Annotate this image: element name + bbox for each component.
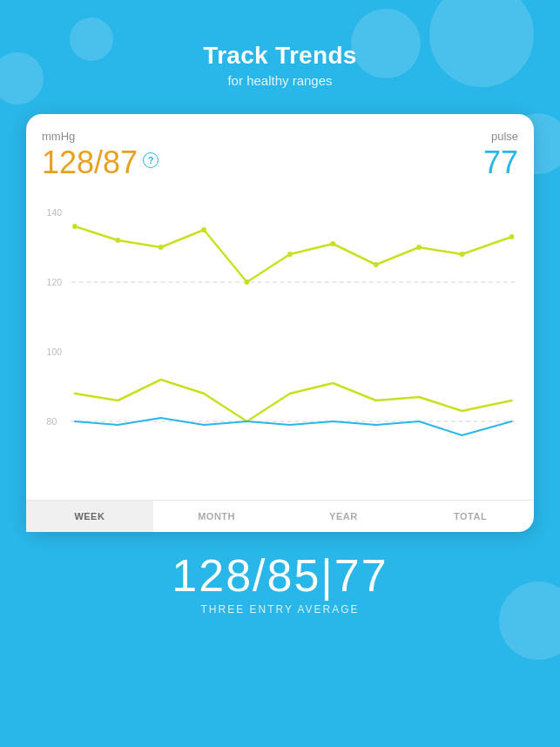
pulse-stat-block: pulse 77 [483,130,518,181]
bp-stat-block: mmHg 128/87 ? [42,130,159,181]
svg-text:140: 140 [47,207,62,218]
main-card: mmHg 128/87 ? pulse 77 140 120 100 80 [26,114,534,532]
svg-point-14 [416,245,422,250]
stats-row: mmHg 128/87 ? pulse 77 [42,130,518,181]
svg-point-13 [374,262,379,267]
page-title: Track Trends [17,42,543,70]
bp-value: 128/87 ? [42,145,159,181]
tab-month[interactable]: MONTH [153,501,280,532]
question-icon[interactable]: ? [143,152,159,168]
svg-point-11 [287,252,293,257]
tab-bar: WEEK MONTH YEAR TOTAL [26,500,534,532]
pulse-label: pulse [483,130,518,143]
svg-point-12 [330,241,335,246]
svg-point-6 [72,224,78,229]
header: Track Trends for healthy ranges [0,0,560,105]
tab-week[interactable]: WEEK [26,501,153,532]
mmhg-label: mmHg [42,130,159,143]
average-label: THREE ENTRY AVERAGE [17,603,543,616]
svg-text:80: 80 [47,416,57,427]
bottom-section: 128/85|77 THREE ENTRY AVERAGE [0,532,560,636]
chart-svg: 140 120 100 80 [40,186,520,500]
tab-total[interactable]: TOTAL [407,501,534,532]
svg-point-10 [245,279,250,285]
header-subtitle: for healthy ranges [17,73,543,88]
svg-point-9 [201,227,206,232]
pulse-value: 77 [483,145,518,181]
chart-area: 140 120 100 80 [40,186,520,500]
svg-point-15 [460,252,465,257]
svg-text:120: 120 [47,277,62,287]
svg-point-8 [159,245,164,250]
svg-point-7 [115,238,120,243]
average-reading: 128/85|77 [17,549,543,602]
tab-year[interactable]: YEAR [280,501,408,532]
svg-text:100: 100 [47,347,62,357]
svg-point-16 [509,234,515,239]
